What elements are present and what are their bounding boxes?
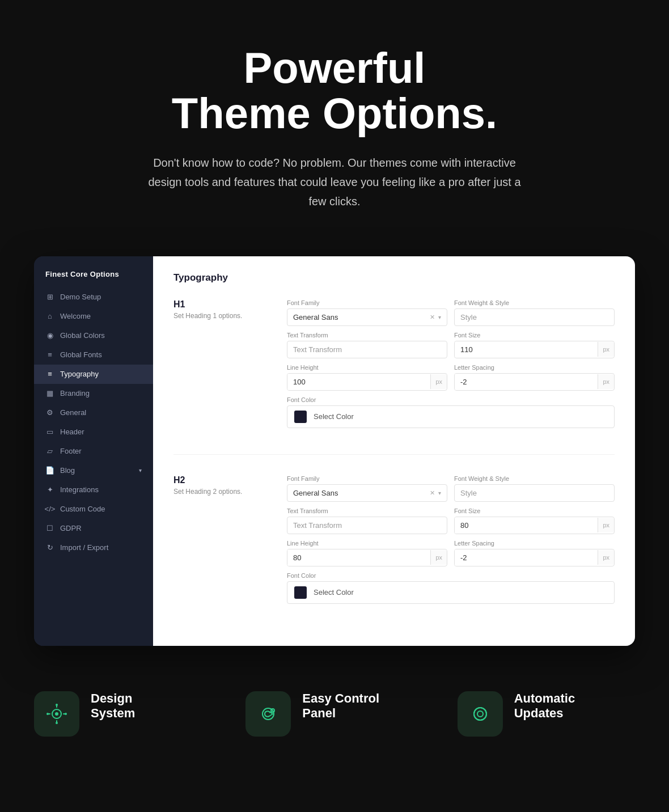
- svg-point-6: [56, 704, 58, 706]
- sidebar-item-global-fonts[interactable]: ≡ Global Fonts: [34, 345, 153, 365]
- feature-easy-control: Easy Control Panel: [245, 691, 423, 737]
- branding-icon: ▦: [45, 389, 54, 398]
- h1-letter-spacing-input-wrapper: px: [454, 373, 615, 391]
- h2-line-height-input[interactable]: [287, 549, 430, 566]
- sidebar-item-integrations[interactable]: ✦ Integrations: [34, 480, 153, 500]
- sidebar-item-demo-setup[interactable]: ⊞ Demo Setup: [34, 287, 153, 307]
- h2-line-height-label: Line Height: [287, 540, 447, 547]
- h2-section: H2 Set Heading 2 options. Font Family Ge…: [173, 475, 615, 630]
- easy-control-text: Easy Control Panel: [302, 691, 379, 721]
- h1-select-color-label: Select Color: [314, 412, 354, 421]
- h2-color-picker[interactable]: Select Color: [287, 581, 615, 604]
- h2-description: Set Heading 2 options.: [173, 488, 264, 496]
- gear-icon: ⚙: [45, 408, 54, 417]
- sidebar-item-label: Global Colors: [60, 331, 105, 340]
- grid-icon: ⊞: [45, 293, 54, 302]
- blog-icon: 📄: [45, 466, 54, 475]
- h1-line-height-input[interactable]: [287, 374, 430, 390]
- main-content: Typography H1 Set Heading 1 options. Fon…: [153, 256, 635, 646]
- h1-line-height-group: Line Height px: [287, 364, 447, 391]
- h1-font-weight-group: Font Weight & Style Style: [454, 299, 615, 326]
- sidebar-item-label: Demo Setup: [60, 293, 101, 301]
- h1-letter-spacing-group: Letter Spacing px: [454, 364, 615, 391]
- sidebar-item-gdpr[interactable]: ☐ GDPR: [34, 519, 153, 538]
- sidebar-item-blog[interactable]: 📄 Blog ▾: [34, 461, 153, 480]
- h1-label-group: H1 Set Heading 1 options.: [173, 299, 264, 434]
- h1-description: Set Heading 1 options.: [173, 312, 264, 320]
- h1-fields: Font Family General Sans ✕ ▾ Font Weight…: [287, 299, 615, 434]
- import-export-icon: ↻: [45, 543, 54, 552]
- easy-control-title: Easy Control Panel: [302, 691, 379, 721]
- h2-text-transform-label: Text Transform: [287, 508, 447, 514]
- h2-letter-spacing-input[interactable]: [455, 549, 598, 566]
- sidebar-item-typography[interactable]: ≡ Typography: [34, 365, 153, 384]
- h1-row-4: Font Color Select Color: [287, 396, 615, 428]
- h1-letter-spacing-input[interactable]: [455, 374, 598, 390]
- sidebar-item-custom-code[interactable]: </> Custom Code: [34, 500, 153, 519]
- sidebar-item-welcome[interactable]: ⌂ Welcome: [34, 307, 153, 326]
- h1-font-size-input[interactable]: [455, 341, 598, 358]
- sidebar-item-label: Import / Export: [60, 543, 108, 552]
- design-system-text: Design System: [91, 691, 135, 721]
- h1-text-transform-select[interactable]: Text Transform: [287, 341, 447, 358]
- h2-line-height-group: Line Height px: [287, 540, 447, 566]
- h2-font-family-label: Font Family: [287, 475, 447, 482]
- design-system-title: Design System: [91, 691, 135, 721]
- sidebar-item-header[interactable]: ▭ Header: [34, 422, 153, 442]
- h2-text-transform-select[interactable]: Text Transform: [287, 517, 447, 534]
- h1-font-size-unit: px: [598, 342, 614, 357]
- auto-updates-text: Automatic Updates: [514, 691, 575, 721]
- h2-font-color-label: Font Color: [287, 572, 615, 579]
- h1-row-2: Text Transform Text Transform Font Size …: [287, 332, 615, 358]
- h2-font-size-label: Font Size: [454, 508, 615, 514]
- sidebar-item-general[interactable]: ⚙ General: [34, 403, 153, 422]
- h2-font-family-input[interactable]: General Sans ✕ ▾: [287, 484, 447, 502]
- h2-label-group: H2 Set Heading 2 options.: [173, 475, 264, 610]
- h1-font-family-input[interactable]: General Sans ✕ ▾: [287, 308, 447, 326]
- h2-row-4: Font Color Select Color: [287, 572, 615, 604]
- h2-color-swatch: [294, 586, 307, 599]
- chevron-down-icon: ▾: [438, 490, 441, 496]
- sidebar-item-label: Blog: [60, 466, 75, 475]
- h2-row-3: Line Height px Letter Spacing px: [287, 540, 615, 566]
- h1-row-3: Line Height px Letter Spacing px: [287, 364, 615, 391]
- h2-font-family-clear[interactable]: ✕: [430, 489, 435, 497]
- sidebar-item-footer[interactable]: ▱ Footer: [34, 442, 153, 461]
- h2-line-height-input-wrapper: px: [287, 549, 447, 566]
- h1-line-height-unit: px: [430, 374, 447, 389]
- sidebar-item-branding[interactable]: ▦ Branding: [34, 384, 153, 403]
- h1-font-weight-label: Font Weight & Style: [454, 299, 615, 306]
- h1-font-color-group: Font Color Select Color: [287, 396, 615, 428]
- h2-font-weight-select[interactable]: Style: [454, 484, 615, 502]
- home-icon: ⌂: [45, 312, 54, 321]
- h2-font-family-value: General Sans: [293, 489, 426, 497]
- chevron-down-icon: ▾: [438, 314, 441, 320]
- h2-text-transform-group: Text Transform Text Transform: [287, 508, 447, 534]
- h1-letter-spacing-label: Letter Spacing: [454, 364, 615, 371]
- fonts-icon: ≡: [45, 350, 54, 360]
- h1-heading: H1: [173, 299, 264, 310]
- hero-section: Powerful Theme Options. Don't know how t…: [0, 0, 669, 245]
- sidebar-item-label: Typography: [60, 370, 99, 378]
- h1-text-transform-group: Text Transform Text Transform: [287, 332, 447, 358]
- h2-row-1: Font Family General Sans ✕ ▾ Font Weight…: [287, 475, 615, 502]
- h1-color-picker[interactable]: Select Color: [287, 405, 615, 428]
- h1-font-family-value: General Sans: [293, 313, 426, 322]
- header-icon: ▭: [45, 428, 54, 437]
- h2-font-weight-group: Font Weight & Style Style: [454, 475, 615, 502]
- sidebar-item-label: Custom Code: [60, 505, 105, 513]
- h1-letter-spacing-unit: px: [598, 374, 614, 389]
- h2-font-size-input-wrapper: px: [454, 517, 615, 534]
- sidebar-item-global-colors[interactable]: ◉ Global Colors: [34, 326, 153, 345]
- hero-subtitle: Don't know how to code? No problem. Our …: [142, 153, 527, 211]
- h1-font-family-group: Font Family General Sans ✕ ▾: [287, 299, 447, 326]
- h1-color-swatch: [294, 411, 307, 423]
- auto-updates-title: Automatic Updates: [514, 691, 575, 721]
- h2-font-size-input[interactable]: [455, 517, 598, 534]
- code-icon: </>: [45, 505, 54, 514]
- auto-updates-icon-box: [458, 691, 503, 737]
- content-title: Typography: [173, 272, 615, 284]
- h1-font-family-clear[interactable]: ✕: [430, 314, 435, 321]
- h1-font-weight-select[interactable]: Style: [454, 308, 615, 326]
- sidebar-item-import-export[interactable]: ↻ Import / Export: [34, 538, 153, 557]
